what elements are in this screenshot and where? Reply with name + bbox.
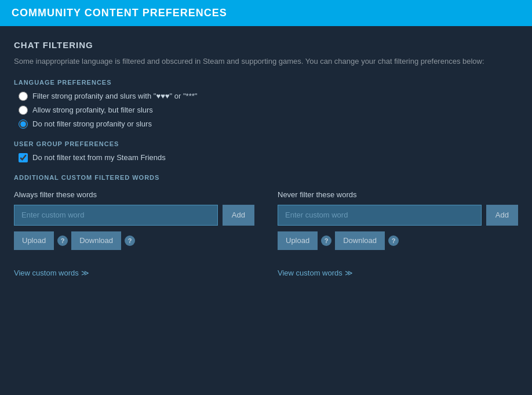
radio-no-filter-item[interactable]: Do not filter strong profanity or slurs bbox=[19, 119, 518, 129]
never-filter-column: Never filter these words Add Upload ? Do… bbox=[278, 190, 518, 278]
always-filter-view-words-text: View custom words bbox=[14, 269, 79, 277]
never-filter-view-words-link[interactable]: View custom words ≫ bbox=[278, 269, 353, 277]
radio-allow-strong[interactable] bbox=[19, 106, 28, 115]
user-group-preferences-label: USER GROUP PREFERENCES bbox=[14, 140, 518, 147]
radio-filter-strong-label: Filter strong profanity and slurs with "… bbox=[32, 92, 197, 100]
radio-allow-strong-label: Allow strong profanity, but filter slurs bbox=[32, 106, 153, 114]
always-filter-label: Always filter these words bbox=[14, 190, 254, 199]
always-filter-download-button[interactable]: Download bbox=[71, 231, 121, 250]
language-preferences-group: Filter strong profanity and slurs with "… bbox=[19, 92, 518, 129]
always-filter-upload-help-icon[interactable]: ? bbox=[57, 235, 68, 246]
always-filter-download-help-icon[interactable]: ? bbox=[125, 235, 135, 246]
additional-custom-label: ADDITIONAL CUSTOM FILTERED WORDS bbox=[14, 174, 518, 181]
chat-filtering-description: Some inappropriate language is filtered … bbox=[14, 56, 518, 67]
never-filter-input[interactable] bbox=[278, 205, 482, 226]
radio-allow-strong-item[interactable]: Allow strong profanity, but filter slurs bbox=[19, 106, 518, 115]
always-filter-action-row: Upload ? Download ? bbox=[14, 231, 254, 250]
checkbox-steam-friends[interactable] bbox=[19, 153, 28, 162]
radio-no-filter[interactable] bbox=[19, 119, 28, 129]
always-filter-upload-button[interactable]: Upload bbox=[14, 231, 54, 250]
language-preferences-label: LANGUAGE PREFERENCES bbox=[14, 79, 518, 86]
custom-words-columns: Always filter these words Add Upload ? D… bbox=[14, 190, 518, 278]
radio-no-filter-label: Do not filter strong profanity or slurs bbox=[32, 119, 152, 128]
never-filter-download-button[interactable]: Download bbox=[335, 231, 385, 250]
chat-filtering-title: CHAT FILTERING bbox=[14, 40, 518, 50]
always-filter-view-words-link[interactable]: View custom words ≫ bbox=[14, 269, 89, 277]
checkbox-steam-friends-item[interactable]: Do not filter text from my Steam Friends bbox=[19, 153, 518, 162]
radio-filter-strong-item[interactable]: Filter strong profanity and slurs with "… bbox=[19, 92, 518, 101]
page-header: COMMUNITY CONTENT PREFERENCES bbox=[0, 0, 532, 26]
never-filter-label: Never filter these words bbox=[278, 190, 518, 199]
never-filter-download-help-icon[interactable]: ? bbox=[388, 235, 399, 246]
custom-words-section: ADDITIONAL CUSTOM FILTERED WORDS Always … bbox=[14, 174, 518, 278]
never-filter-input-row: Add bbox=[278, 205, 518, 226]
never-filter-chevron-icon: ≫ bbox=[345, 269, 353, 277]
page-wrapper: COMMUNITY CONTENT PREFERENCES CHAT FILTE… bbox=[0, 0, 532, 395]
always-filter-chevron-icon: ≫ bbox=[81, 269, 89, 277]
never-filter-view-words-text: View custom words bbox=[278, 269, 342, 277]
content-area: CHAT FILTERING Some inappropriate langua… bbox=[0, 26, 532, 292]
always-filter-column: Always filter these words Add Upload ? D… bbox=[14, 190, 254, 278]
never-filter-action-row: Upload ? Download ? bbox=[278, 231, 518, 250]
never-filter-add-button[interactable]: Add bbox=[486, 205, 518, 226]
radio-filter-strong[interactable] bbox=[19, 92, 28, 101]
user-group-preferences-group: Do not filter text from my Steam Friends bbox=[19, 153, 518, 162]
page-title: COMMUNITY CONTENT PREFERENCES bbox=[12, 7, 227, 19]
always-filter-input-row: Add bbox=[14, 205, 254, 226]
checkbox-steam-friends-label: Do not filter text from my Steam Friends bbox=[32, 153, 166, 162]
never-filter-upload-help-icon[interactable]: ? bbox=[321, 235, 331, 246]
always-filter-input[interactable] bbox=[14, 205, 218, 226]
always-filter-add-button[interactable]: Add bbox=[223, 205, 254, 226]
never-filter-upload-button[interactable]: Upload bbox=[278, 231, 318, 250]
